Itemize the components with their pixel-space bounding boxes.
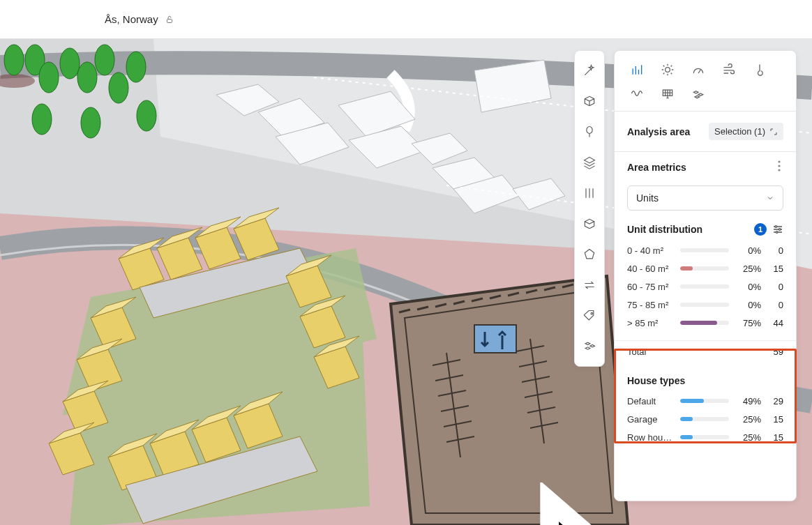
dist-pct: 0% bbox=[736, 282, 761, 292]
total-label: Total bbox=[627, 347, 646, 357]
adjust-tool[interactable] bbox=[574, 178, 605, 208]
dist-range: 60 - 75 m² bbox=[627, 282, 673, 292]
tools-toolbar bbox=[574, 50, 605, 367]
tag-tool[interactable] bbox=[574, 300, 605, 331]
svg-point-14 bbox=[81, 107, 100, 138]
dist-bar bbox=[680, 266, 729, 271]
house-type-bar bbox=[680, 399, 729, 403]
layers-tool[interactable] bbox=[574, 147, 605, 178]
kebab-menu[interactable] bbox=[775, 158, 783, 177]
house-type-count: 29 bbox=[768, 396, 783, 406]
chevron-down-icon bbox=[766, 194, 774, 202]
dist-count: 44 bbox=[768, 318, 783, 328]
dist-row: 40 - 60 m²25%15 bbox=[627, 259, 783, 277]
house-type-row: Garage25%15 bbox=[627, 410, 783, 428]
total-count: 59 bbox=[774, 347, 783, 357]
dist-row: > 85 m²75%44 bbox=[627, 314, 783, 332]
svg-point-15 bbox=[32, 104, 52, 135]
dist-count: 0 bbox=[768, 300, 783, 310]
metrics-dropdown-value: Units bbox=[636, 192, 659, 204]
unlock-icon bbox=[165, 15, 174, 24]
svg-point-95 bbox=[778, 169, 780, 171]
tab-metrics[interactable] bbox=[624, 59, 649, 80]
svg-point-10 bbox=[95, 45, 114, 75]
dist-bar bbox=[680, 248, 729, 252]
unit-distribution-head: Unit distribution 1 bbox=[615, 220, 796, 241]
dist-range: 0 - 40 m² bbox=[627, 245, 673, 256]
unit-distribution-label: Unit distribution bbox=[627, 224, 702, 235]
location-text: Ås, Norway bbox=[105, 13, 158, 25]
house-type-name: Garage bbox=[627, 414, 673, 425]
dist-bar bbox=[680, 321, 729, 325]
dist-range: 40 - 60 m² bbox=[627, 264, 673, 274]
top-bar: Ås, Norway bbox=[0, 0, 812, 39]
polygon-tool[interactable] bbox=[574, 239, 605, 270]
location-label[interactable]: Ås, Norway bbox=[105, 13, 174, 25]
tab-thermo[interactable] bbox=[747, 59, 772, 80]
box-tool[interactable] bbox=[574, 86, 605, 116]
analysis-tab-row-1 bbox=[615, 51, 796, 83]
selection-chip-text: Selection (1) bbox=[714, 126, 765, 137]
house-type-name: Default bbox=[627, 396, 673, 406]
dist-count: 15 bbox=[768, 264, 783, 274]
dist-bar bbox=[680, 284, 729, 289]
cube-tool[interactable] bbox=[574, 208, 605, 239]
unit-distribution-badge[interactable]: 1 bbox=[754, 223, 767, 236]
svg-point-94 bbox=[778, 165, 780, 167]
house-type-name: Row house … bbox=[627, 432, 673, 443]
house-type-bar bbox=[680, 435, 729, 439]
tab-gauge[interactable] bbox=[686, 59, 711, 80]
tab-solar-panel[interactable] bbox=[655, 83, 680, 104]
dist-range: 75 - 85 m² bbox=[627, 300, 673, 310]
dist-pct: 25% bbox=[736, 264, 761, 274]
dist-bar bbox=[680, 303, 729, 307]
dist-row: 60 - 75 m²0%0 bbox=[627, 277, 783, 296]
unit-distribution-total: Total 59 bbox=[615, 340, 796, 365]
dist-pct: 0% bbox=[736, 245, 761, 256]
svg-point-11 bbox=[109, 73, 128, 103]
svg-point-8 bbox=[60, 48, 80, 79]
metrics-dropdown[interactable]: Units bbox=[627, 185, 783, 211]
dist-count: 0 bbox=[768, 282, 783, 292]
sliders-icon[interactable] bbox=[772, 225, 783, 234]
house-type-pct: 49% bbox=[736, 396, 761, 406]
swap-tool[interactable] bbox=[574, 270, 605, 300]
house-type-pct: 25% bbox=[736, 432, 761, 443]
house-type-count: 15 bbox=[768, 414, 783, 425]
dist-row: 0 - 40 m²0%0 bbox=[627, 241, 783, 259]
house-type-bar bbox=[680, 417, 729, 421]
tab-sun[interactable] bbox=[655, 59, 680, 80]
house-type-row: Default49%29 bbox=[627, 392, 783, 410]
expand-icon bbox=[769, 128, 778, 136]
tab-wind[interactable] bbox=[716, 59, 742, 80]
unit-distribution-list: 0 - 40 m²0%040 - 60 m²25%1560 - 75 m²0%0… bbox=[615, 241, 796, 337]
svg-point-96 bbox=[775, 226, 777, 228]
house-type-count: 15 bbox=[768, 432, 783, 443]
analysis-tab-row-2 bbox=[615, 83, 796, 111]
analysis-area-label: Analysis area bbox=[627, 126, 690, 137]
svg-point-97 bbox=[779, 229, 781, 231]
house-types-label: House types bbox=[627, 375, 783, 386]
svg-rect-87 bbox=[474, 325, 516, 353]
dist-pct: 75% bbox=[736, 318, 761, 328]
group-tool[interactable] bbox=[574, 331, 605, 362]
area-metrics-head: Area metrics bbox=[615, 152, 796, 181]
area-metrics-label: Area metrics bbox=[627, 162, 686, 173]
svg-point-90 bbox=[591, 312, 593, 314]
analysis-area-section: Analysis area Selection (1) bbox=[615, 112, 796, 151]
dist-row: 75 - 85 m²0%0 bbox=[627, 296, 783, 314]
svg-point-5 bbox=[4, 45, 24, 75]
svg-point-12 bbox=[126, 52, 146, 82]
house-type-pct: 25% bbox=[736, 414, 761, 425]
analysis-panel: Analysis area Selection (1) Area metrics… bbox=[614, 50, 797, 501]
svg-point-93 bbox=[778, 160, 780, 162]
svg-point-13 bbox=[137, 100, 156, 131]
dist-range: > 85 m² bbox=[627, 318, 673, 328]
tab-noise[interactable] bbox=[624, 83, 649, 104]
house-types-section: House types Default49%29Garage25%15Row h… bbox=[615, 365, 796, 446]
tab-massing[interactable] bbox=[686, 83, 711, 104]
tree-tool[interactable] bbox=[574, 116, 605, 147]
magic-wand-tool[interactable] bbox=[574, 55, 605, 86]
selection-chip[interactable]: Selection (1) bbox=[709, 123, 783, 140]
svg-point-98 bbox=[776, 231, 778, 234]
